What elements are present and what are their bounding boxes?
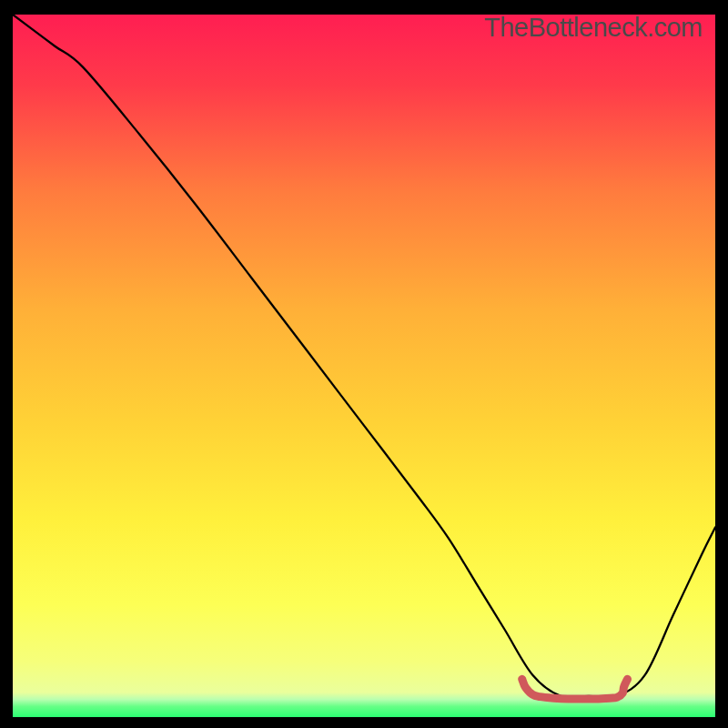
gradient-bg (13, 15, 715, 717)
watermark-label: TheBottleneck.com (484, 13, 703, 43)
chart-frame: TheBottleneck.com (13, 15, 715, 717)
bottleneck-svg (13, 15, 715, 717)
